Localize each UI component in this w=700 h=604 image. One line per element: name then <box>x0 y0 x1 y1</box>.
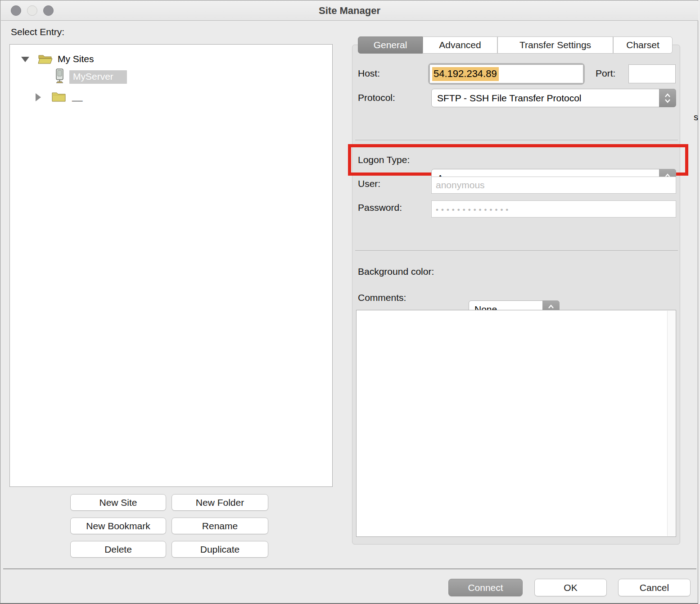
host-input[interactable]: 54.192.234.89 <box>428 63 585 85</box>
select-entry-label: Select Entry: <box>11 27 64 37</box>
folder-open-icon <box>38 53 53 66</box>
tab-charset[interactable]: Charset <box>613 36 673 54</box>
duplicate-button[interactable]: Duplicate <box>172 541 268 558</box>
host-label: Host: <box>358 68 380 79</box>
cancel-button[interactable]: Cancel <box>618 579 691 596</box>
password-input[interactable]: •••••••••••••• <box>431 200 676 218</box>
connect-button[interactable]: Connect <box>448 579 523 596</box>
site-manager-dialog: Site Manager Select Entry: My Sites <box>0 0 698 604</box>
user-label: User: <box>358 178 380 189</box>
comments-textarea[interactable] <box>356 310 676 537</box>
tab-general[interactable]: General <box>358 36 423 54</box>
delete-button[interactable]: Delete <box>70 541 166 558</box>
footer-separator <box>3 568 696 569</box>
title-bar[interactable]: Site Manager <box>1 1 698 21</box>
folder-closed-icon <box>52 91 66 104</box>
tree-item-myserver[interactable]: MyServer <box>54 68 127 85</box>
tab-transfer-settings[interactable]: Transfer Settings <box>497 36 613 54</box>
new-folder-button[interactable]: New Folder <box>172 494 268 511</box>
tree-item-label[interactable]: __ <box>68 91 86 104</box>
logon-type-label: Logon Type: <box>358 154 410 165</box>
close-window-icon[interactable] <box>11 5 21 16</box>
disclosure-collapsed-icon[interactable] <box>36 93 41 101</box>
password-masked-value: •••••••••••••• <box>436 204 511 214</box>
zoom-window-icon[interactable] <box>43 5 54 16</box>
new-site-button[interactable]: New Site <box>70 494 166 511</box>
comments-scrollbar[interactable] <box>667 311 675 536</box>
protocol-select[interactable]: SFTP - SSH File Transfer Protocol <box>431 89 676 107</box>
comments-label: Comments: <box>358 292 406 303</box>
window-title: Site Manager <box>1 1 698 21</box>
user-placeholder: anonymous <box>436 180 485 191</box>
port-label: Port: <box>596 68 615 79</box>
tree-item-my-sites[interactable]: My Sites <box>21 51 98 68</box>
stepper-arrows-icon[interactable] <box>659 89 676 107</box>
host-value-selected-text: 54.192.234.89 <box>432 67 499 81</box>
background-color-label: Background color: <box>358 266 434 277</box>
rename-button[interactable]: Rename <box>172 518 268 534</box>
separator <box>355 250 678 250</box>
server-icon <box>54 68 66 86</box>
disclosure-expanded-icon[interactable] <box>21 57 29 62</box>
tab-advanced[interactable]: Advanced <box>423 36 497 54</box>
protocol-value: SFTP - SSH File Transfer Protocol <box>437 93 582 104</box>
ok-button[interactable]: OK <box>534 579 607 596</box>
password-label: Password: <box>358 202 402 213</box>
tree-item-folder[interactable]: __ <box>36 89 86 105</box>
new-bookmark-button[interactable]: New Bookmark <box>70 518 166 534</box>
tree-item-label[interactable]: MyServer <box>69 70 127 84</box>
tree-item-label[interactable]: My Sites <box>54 53 98 66</box>
user-input[interactable]: anonymous <box>431 177 676 194</box>
site-tree[interactable]: My Sites MyServer __ <box>9 44 333 487</box>
protocol-label: Protocol: <box>358 92 395 103</box>
port-input[interactable] <box>628 64 676 83</box>
minimize-window-icon[interactable] <box>27 5 37 16</box>
separator <box>355 139 678 140</box>
background-text-fragment: s <box>694 112 698 123</box>
